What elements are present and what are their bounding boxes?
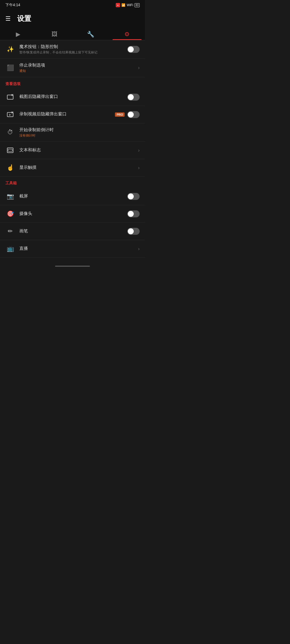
status-icons: ● 📶 WiFi 83 [116, 3, 140, 7]
live-chevron: › [138, 246, 140, 252]
brush-icon: ✏ [5, 226, 15, 236]
camera-title: 摄像头 [19, 211, 127, 217]
brush-toggle[interactable] [127, 228, 140, 235]
tab-tools-icon: 🔧 [87, 31, 94, 38]
hide-popup-video-title: 录制视频后隐藏弹出窗口 [19, 111, 115, 117]
tab-settings-icon: ⚙ [124, 31, 130, 38]
screenshot-icon: 📷 [5, 192, 15, 201]
hide-popup-screenshot-toggle[interactable] [127, 94, 140, 101]
text-logo-icon [5, 145, 15, 155]
brush-title: 画笔 [19, 228, 127, 234]
show-touch-icon: ☝ [5, 163, 15, 173]
show-touch-title: 显示触摸 [19, 165, 138, 170]
hide-popup-screenshot-title: 截图后隐藏弹出窗口 [19, 94, 127, 100]
setting-magic-button[interactable]: ✨ 魔术按钮：隐形控制 暂停/恢复或停止录制，不会在结果视频上留下可见标记 [0, 40, 145, 59]
status-bar: 下午4:14 ● 📶 WiFi 83 [0, 0, 145, 10]
setting-camera[interactable]: 🎯 摄像头 [0, 205, 145, 223]
hide-popup-screenshot-icon [5, 92, 15, 102]
section-view-options: 查看选项 [0, 77, 145, 89]
setting-hide-popup-screenshot[interactable]: 截图后隐藏弹出窗口 [0, 89, 145, 106]
tab-settings[interactable]: ⚙ [109, 28, 145, 40]
tab-video[interactable]: ▶ [0, 28, 36, 40]
magic-button-icon: ✨ [5, 45, 15, 54]
setting-brush[interactable]: ✏ 画笔 [0, 223, 145, 240]
stop-record-icon: ⬛ [5, 63, 15, 73]
header: ☰ 设置 [0, 10, 145, 28]
signal-icon: 📶 [121, 3, 125, 7]
tab-bar: ▶ 🖼 🔧 ⚙ [0, 28, 145, 40]
page-title: 设置 [17, 14, 31, 23]
tab-tools[interactable]: 🔧 [73, 28, 109, 40]
camera-icon: 🎯 [5, 209, 15, 219]
status-time: 下午4:14 [5, 3, 20, 8]
countdown-subtitle: 没有倒计时 [19, 133, 140, 138]
setting-text-logo[interactable]: 文本和标志 › [0, 142, 145, 159]
setting-screenshot[interactable]: 📷 截屏 [0, 188, 145, 205]
record-indicator: ● [116, 3, 120, 7]
settings-content: ✨ 魔术按钮：隐形控制 暂停/恢复或停止录制，不会在结果视频上留下可见标记 ⬛ … [0, 40, 145, 258]
hide-popup-video-icon [5, 110, 15, 119]
svg-rect-3 [7, 112, 13, 117]
setting-live[interactable]: 📺 直播 › [0, 240, 145, 258]
stop-record-chevron: › [138, 65, 140, 71]
show-touch-chevron: › [138, 165, 140, 171]
stop-record-subtitle: 通知 [19, 69, 138, 73]
stop-record-title: 停止录制选项 [19, 63, 138, 68]
wifi-icon: WiFi [127, 3, 133, 7]
live-icon: 📺 [5, 244, 15, 254]
countdown-icon: ⏱ [5, 127, 15, 137]
tab-video-icon: ▶ [16, 31, 20, 38]
magic-button-toggle[interactable] [127, 46, 140, 53]
magic-button-subtitle: 暂停/恢复或停止录制，不会在结果视频上留下可见标记 [19, 50, 127, 55]
setting-hide-popup-video[interactable]: 录制视频后隐藏弹出窗口 PRO [0, 106, 145, 123]
text-logo-title: 文本和标志 [19, 147, 138, 153]
text-logo-chevron: › [138, 148, 140, 153]
section-toolbox: 工具箱 [0, 177, 145, 188]
battery-indicator: 83 [135, 3, 140, 7]
svg-rect-0 [7, 95, 13, 99]
setting-show-touch[interactable]: ☝ 显示触摸 › [0, 159, 145, 177]
setting-countdown[interactable]: ⏱ 开始录制前倒计时 没有倒计时 [0, 123, 145, 142]
tab-photo-icon: 🖼 [52, 31, 57, 38]
setting-stop-record[interactable]: ⬛ 停止录制选项 通知 › [0, 59, 145, 77]
svg-rect-7 [8, 149, 12, 151]
pro-badge: PRO [115, 112, 125, 117]
tab-photo[interactable]: 🖼 [36, 28, 73, 40]
magic-button-title: 魔术按钮：隐形控制 [19, 44, 127, 50]
screenshot-title: 截屏 [19, 193, 127, 199]
countdown-title: 开始录制前倒计时 [19, 127, 140, 133]
hide-popup-video-toggle[interactable] [127, 111, 140, 118]
home-bar [55, 266, 90, 267]
live-title: 直播 [19, 246, 138, 251]
menu-button[interactable]: ☰ [5, 15, 11, 22]
camera-toggle[interactable] [127, 210, 140, 217]
screenshot-toggle[interactable] [127, 193, 140, 200]
home-indicator [0, 263, 145, 269]
